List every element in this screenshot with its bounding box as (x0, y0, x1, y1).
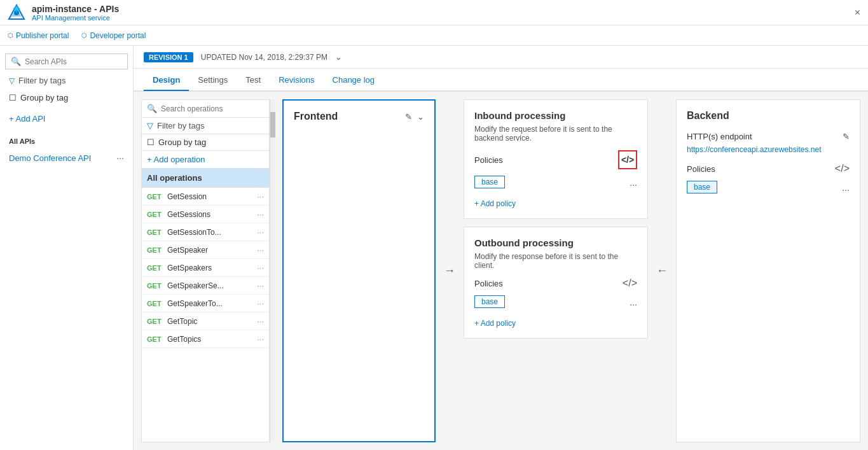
add-api-label: + Add API (9, 114, 45, 123)
group-by-tag-label: Group by tag (20, 93, 68, 102)
revision-chevron-icon[interactable]: ⌄ (335, 52, 342, 62)
ops-group-checkbox[interactable]: ☐ (147, 137, 155, 147)
backend-base-badge[interactable]: base (687, 181, 717, 193)
all-apis-label: All APIs (0, 134, 133, 149)
op-name: GetSessions (167, 210, 257, 219)
backend-edit-icon[interactable]: ✎ (843, 132, 850, 141)
ops-group-by-tag-row[interactable]: ☐ Group by tag (142, 134, 269, 151)
op-ellipsis-icon[interactable]: ··· (257, 316, 264, 326)
inbound-base-badge[interactable]: base (474, 176, 505, 188)
op-method: GET (147, 300, 167, 307)
op-ellipsis-icon[interactable]: ··· (257, 209, 264, 219)
backend-card: Backend HTTP(s) endpoint ✎ https://confe… (676, 99, 860, 442)
backend-base-ellipsis[interactable]: ··· (842, 185, 850, 195)
ops-filter-icon: ▽ (147, 121, 153, 130)
tab-design[interactable]: Design (144, 70, 189, 91)
op-ellipsis-icon[interactable]: ··· (257, 299, 264, 308)
left-arrow-icon: ← (656, 264, 668, 278)
op-ellipsis-icon[interactable]: ··· (257, 227, 264, 237)
outbound-base-ellipsis[interactable]: ··· (630, 299, 637, 309)
outbound-desc: Modify the response before it is sent to… (474, 252, 637, 270)
tabs-bar: Design Settings Test Revisions Change lo… (134, 69, 868, 92)
portal-bar: Publisher portal Developer portal (0, 25, 868, 46)
op-method: GET (147, 211, 167, 218)
ops-scrollbar-thumb[interactable] (270, 112, 275, 137)
op-item-gettopics[interactable]: GET GetTopics ··· (142, 330, 269, 348)
api-item-ellipsis[interactable]: ··· (116, 153, 124, 163)
inbound-code-button[interactable]: </> (618, 150, 637, 169)
op-ellipsis-icon[interactable]: ··· (257, 245, 264, 255)
op-name: GetTopics (167, 335, 257, 344)
filter-by-tags-label: Filter by tags (18, 76, 65, 85)
backend-policies-label: Policies (687, 164, 715, 174)
tab-changelog[interactable]: Change log (324, 70, 384, 91)
add-operation-button[interactable]: + Add operation (142, 151, 269, 169)
revision-badge: REVISION 1 (144, 52, 193, 62)
publisher-portal-link[interactable]: Publisher portal (8, 31, 69, 40)
title-bar: apim-instance - APIs API Management serv… (0, 0, 868, 25)
sidebar: 🔍 ▽ Filter by tags ☐ Group by tag + Add … (0, 46, 134, 450)
group-by-tag-checkbox[interactable]: ☐ (9, 93, 17, 102)
tab-revisions[interactable]: Revisions (270, 70, 323, 91)
frontend-edit-icon[interactable]: ✎ (405, 112, 412, 122)
developer-portal-link[interactable]: Developer portal (81, 31, 146, 40)
op-item-getsession[interactable]: GET GetSession ··· (142, 188, 269, 206)
op-ellipsis-icon[interactable]: ··· (257, 192, 264, 201)
processing-col: Inbound processing Modify the request be… (464, 99, 648, 442)
op-item-getspeakerto[interactable]: GET GetSpeakerTo... ··· (142, 295, 269, 313)
api-item-demo[interactable]: Demo Conference API ··· (0, 149, 133, 167)
all-operations-item[interactable]: All operations (142, 169, 269, 188)
op-ellipsis-icon[interactable]: ··· (257, 334, 264, 344)
op-item-getsessionto[interactable]: GET GetSessionTo... ··· (142, 223, 269, 241)
inbound-base-ellipsis[interactable]: ··· (630, 179, 637, 190)
op-item-getspeakers[interactable]: GET GetSpeakers ··· (142, 259, 269, 277)
op-item-getsessions[interactable]: GET GetSessions ··· (142, 206, 269, 223)
api-item-name: Demo Conference API (9, 153, 91, 163)
page-subtitle: API Management service (32, 14, 119, 22)
frontend-panel: Frontend ✎ ⌄ (282, 99, 436, 442)
op-ellipsis-icon[interactable]: ··· (257, 281, 264, 290)
operations-panel: 🔍 ▽ Filter by tags ☐ Group by tag + Add … (141, 99, 270, 442)
filter-by-tags-row[interactable]: ▽ Filter by tags (5, 73, 128, 88)
frontend-title: Frontend (294, 111, 338, 122)
ops-group-label: Group by tag (158, 137, 206, 147)
backend-code-button[interactable]: </> (835, 163, 850, 174)
add-api-button[interactable]: + Add API (5, 111, 128, 126)
op-name: GetSpeaker (167, 246, 257, 255)
op-item-getspeaker[interactable]: GET GetSpeaker ··· (142, 241, 269, 259)
op-ellipsis-icon[interactable]: ··· (257, 263, 264, 272)
outbound-card: Outbound processing Modify the response … (464, 227, 648, 339)
outbound-add-policy-button[interactable]: + Add policy (474, 319, 516, 328)
backend-url: https://conferenceapi.azurewebsites.net (687, 145, 850, 154)
op-method: GET (147, 229, 167, 236)
ops-search-input[interactable] (161, 104, 264, 113)
op-name: GetSpeakerTo... (167, 299, 257, 308)
inbound-card: Inbound processing Modify the request be… (464, 99, 648, 219)
page-title: apim-instance - APIs (32, 4, 119, 14)
op-name: GetSession (167, 192, 257, 201)
backend-title: Backend (687, 110, 850, 122)
op-item-gettopic[interactable]: GET GetTopic ··· (142, 313, 269, 330)
op-name: GetTopic (167, 317, 257, 326)
ops-filter-label: Filter by tags (157, 121, 204, 130)
outbound-base-badge[interactable]: base (474, 295, 505, 308)
inbound-policies-label: Policies (474, 155, 503, 165)
ops-search-box[interactable]: 🔍 (142, 100, 269, 118)
frontend-card: Frontend ✎ ⌄ (282, 99, 436, 442)
ops-filter-row[interactable]: ▽ Filter by tags (142, 118, 269, 134)
inbound-add-policy-button[interactable]: + Add policy (474, 199, 516, 208)
search-apis-box[interactable]: 🔍 (5, 53, 128, 69)
outbound-code-button[interactable]: </> (623, 278, 637, 289)
content-area: REVISION 1 UPDATED Nov 14, 2018, 2:29:37… (134, 46, 868, 450)
frontend-chevron-icon[interactable]: ⌄ (417, 112, 424, 122)
backend-col: Backend HTTP(s) endpoint ✎ https://confe… (676, 99, 860, 442)
ops-search-icon: 🔍 (147, 104, 157, 113)
close-button[interactable]: × (855, 7, 860, 18)
inbound-desc: Modify the request before it is sent to … (474, 125, 637, 143)
search-apis-input[interactable] (25, 57, 122, 66)
tab-settings[interactable]: Settings (189, 70, 237, 91)
group-by-tag-row[interactable]: ☐ Group by tag (5, 90, 128, 105)
op-item-getspeakerse[interactable]: GET GetSpeakerSe... ··· (142, 277, 269, 295)
tab-test[interactable]: Test (237, 70, 270, 91)
ops-scrollbar[interactable] (270, 99, 275, 442)
